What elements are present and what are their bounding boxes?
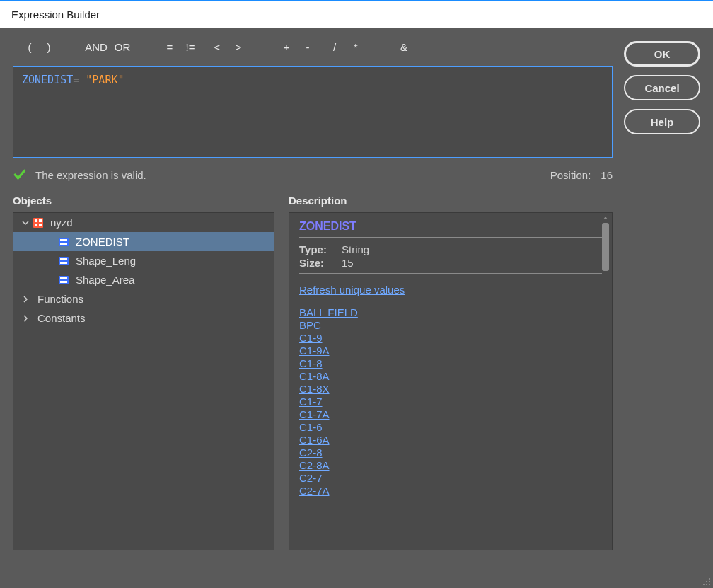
tree-label: Constants (37, 312, 86, 324)
svg-point-19 (709, 584, 710, 585)
layer-icon (32, 217, 45, 229)
value-item[interactable]: C1-6A (299, 434, 330, 446)
objects-label: Objects (13, 195, 274, 207)
tree-field-label: ZONEDIST (76, 236, 129, 248)
svg-rect-9 (60, 258, 67, 260)
tree-node-constants[interactable]: Constants (13, 309, 274, 328)
svg-rect-7 (60, 243, 67, 245)
tree-field-label: Shape_Area (76, 274, 134, 286)
title-bar: Expression Builder (0, 0, 713, 28)
tree-field-zonedist[interactable]: ZONEDIST (13, 232, 274, 251)
value-item[interactable]: C1-7A (299, 408, 330, 420)
scroll-up-icon[interactable] (601, 214, 610, 223)
op-div[interactable]: / (324, 41, 345, 53)
expr-value: "PARK" (86, 74, 124, 86)
op-rparen[interactable]: ) (37, 41, 61, 53)
unique-values-list: BALL FIELD BPC C1-9 C1-9A C1-8 C1-8A C1-… (299, 306, 602, 497)
window-title: Expression Builder (11, 8, 100, 21)
field-icon (57, 255, 70, 267)
svg-rect-1 (35, 219, 37, 222)
cancel-button[interactable]: Cancel (624, 75, 700, 100)
value-item[interactable]: C1-6 (299, 421, 323, 433)
validation-message: The expression is valid. (35, 169, 146, 181)
tree-label: Functions (37, 293, 83, 305)
svg-rect-8 (59, 257, 69, 265)
svg-rect-13 (60, 281, 67, 283)
size-value: 15 (342, 257, 354, 269)
svg-point-16 (709, 581, 710, 582)
value-item[interactable]: C2-7 (299, 472, 323, 484)
tree-field-shape-area[interactable]: Shape_Area (13, 270, 274, 289)
value-item[interactable]: C2-8A (299, 459, 330, 471)
svg-point-18 (706, 584, 707, 585)
tree-node-functions[interactable]: Functions (13, 289, 274, 309)
op-lt[interactable]: < (207, 41, 228, 53)
field-icon (57, 274, 70, 287)
op-and[interactable]: AND (82, 41, 110, 53)
op-minus[interactable]: - (297, 41, 318, 53)
expression-input[interactable]: ZONEDIST= "PARK" (13, 66, 613, 158)
svg-rect-10 (60, 262, 67, 264)
resize-grip-icon[interactable] (702, 577, 712, 587)
size-label: Size: (299, 257, 335, 269)
op-mul[interactable]: * (345, 41, 366, 53)
svg-rect-3 (35, 224, 37, 226)
operator-toolbar: ( ) AND OR = != < > + - / * & (13, 41, 613, 53)
desc-field-title: ZONEDIST (299, 220, 602, 233)
value-item[interactable]: C2-8 (299, 446, 323, 459)
objects-tree[interactable]: nyzd ZONEDIST Shape_Leng (13, 212, 274, 550)
ok-button[interactable]: OK (624, 41, 700, 67)
expr-field: ZONEDIST (22, 74, 73, 86)
op-amp[interactable]: & (393, 41, 415, 53)
value-item[interactable]: C1-8X (299, 383, 330, 395)
description-label: Description (289, 195, 613, 207)
op-eq[interactable]: = (160, 41, 180, 53)
op-lparen[interactable]: ( (23, 41, 37, 53)
value-item[interactable]: C1-7 (299, 396, 323, 408)
scroll-thumb[interactable] (602, 223, 609, 271)
svg-rect-12 (60, 277, 67, 279)
position-label: Position: (550, 169, 591, 181)
field-icon (57, 236, 70, 248)
type-value: String (342, 243, 369, 255)
op-gt[interactable]: > (228, 41, 249, 53)
refresh-values-link[interactable]: Refresh unique values (299, 284, 405, 296)
value-item[interactable]: C1-8 (299, 357, 323, 369)
tree-field-shape-leng[interactable]: Shape_Leng (13, 251, 274, 270)
chevron-down-icon[interactable] (19, 219, 32, 226)
help-button[interactable]: Help (624, 109, 700, 134)
chevron-right-icon[interactable] (19, 296, 32, 303)
divider (299, 237, 602, 238)
op-or[interactable]: OR (110, 41, 134, 53)
position-value: 16 (601, 169, 613, 181)
tree-node-nyzd[interactable]: nyzd (13, 213, 274, 232)
tree-label: nyzd (50, 217, 73, 229)
svg-rect-4 (39, 224, 42, 226)
op-neq[interactable]: != (180, 41, 201, 53)
value-item[interactable]: C1-9A (299, 345, 330, 357)
svg-rect-11 (59, 276, 69, 284)
op-plus[interactable]: + (276, 41, 297, 53)
svg-point-17 (703, 584, 705, 585)
expr-op: = (73, 74, 79, 86)
scrollbar[interactable] (601, 214, 610, 548)
tree-field-label: Shape_Leng (76, 255, 136, 267)
type-label: Type: (299, 243, 335, 255)
description-panel: ZONEDIST Type: String Size: 15 Refresh u… (289, 212, 613, 550)
svg-rect-5 (59, 238, 69, 246)
svg-rect-6 (60, 239, 67, 241)
value-item[interactable]: C1-8A (299, 370, 330, 382)
divider (299, 273, 602, 274)
svg-point-14 (709, 578, 710, 580)
value-item[interactable]: C2-7A (299, 485, 330, 497)
value-item[interactable]: C1-9 (299, 332, 323, 344)
svg-rect-2 (39, 219, 42, 222)
chevron-right-icon[interactable] (19, 315, 32, 322)
value-item[interactable]: BALL FIELD (299, 306, 358, 318)
svg-point-15 (706, 581, 707, 582)
check-icon (13, 168, 27, 182)
value-item[interactable]: BPC (299, 319, 321, 331)
